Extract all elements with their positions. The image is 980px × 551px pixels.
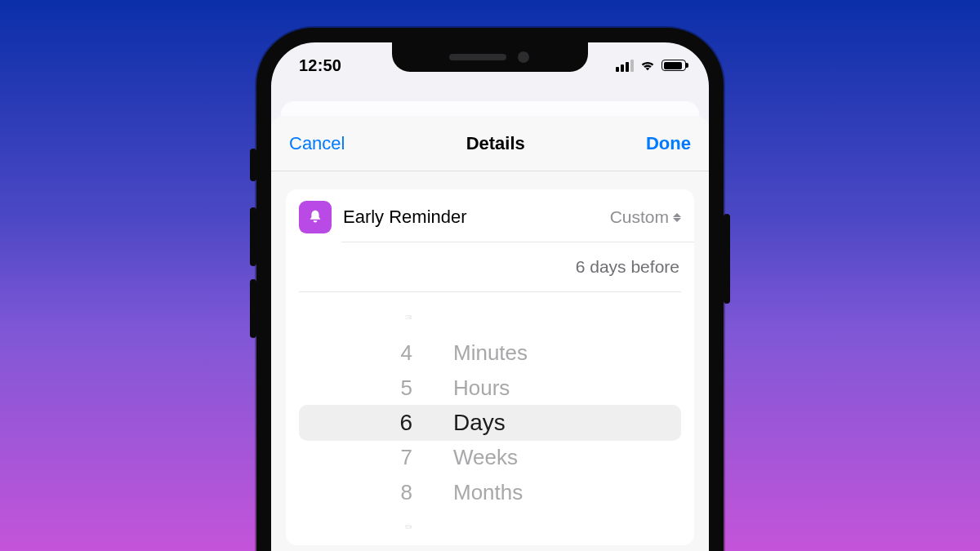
picker-number-option[interactable]: 9 bbox=[404, 522, 412, 534]
time-picker[interactable]: 3 4 5 6 7 8 9 Minutes Ho bbox=[286, 300, 694, 545]
reminder-summary-text: 6 days before bbox=[576, 257, 679, 277]
phone-screen: 12:50 Cancel Details Done bbox=[271, 42, 709, 551]
notch bbox=[392, 42, 588, 72]
picker-unit-option[interactable]: Weeks bbox=[453, 440, 518, 475]
nav-title: Details bbox=[466, 133, 525, 154]
picker-unit-option[interactable]: Minutes bbox=[453, 335, 528, 371]
cellular-signal-icon bbox=[616, 60, 634, 72]
battery-icon bbox=[662, 60, 686, 71]
picker-number-option[interactable]: 8 bbox=[401, 475, 412, 510]
up-down-chevron-icon bbox=[673, 213, 681, 222]
early-reminder-label: Early Reminder bbox=[343, 207, 599, 228]
early-reminder-value[interactable]: Custom bbox=[610, 207, 681, 227]
wifi-icon bbox=[639, 60, 656, 71]
bell-icon bbox=[299, 201, 332, 233]
side-button-silent bbox=[250, 149, 256, 181]
reminder-summary-row: 6 days before bbox=[286, 242, 694, 291]
sheet-content: Early Reminder Custom 6 days before bbox=[271, 171, 709, 551]
divider bbox=[299, 291, 681, 292]
picker-unit-option bbox=[453, 312, 457, 324]
cancel-button[interactable]: Cancel bbox=[289, 133, 345, 154]
picker-unit-option bbox=[453, 522, 457, 534]
details-sheet: Cancel Details Done Early Reminder bbox=[271, 116, 709, 551]
side-button-power bbox=[724, 214, 730, 304]
side-button-volume-up bbox=[250, 207, 256, 266]
picker-number-column[interactable]: 3 4 5 6 7 8 9 bbox=[318, 300, 433, 545]
picker-unit-column[interactable]: Minutes Hours Days Weeks Months bbox=[433, 300, 662, 545]
status-time: 12:50 bbox=[299, 56, 341, 75]
picker-number-selected[interactable]: 6 bbox=[399, 406, 412, 441]
picker-number-option[interactable]: 4 bbox=[401, 335, 412, 371]
picker-number-option[interactable]: 5 bbox=[401, 371, 412, 406]
nav-bar: Cancel Details Done bbox=[271, 116, 709, 171]
picker-unit-option[interactable]: Hours bbox=[453, 371, 510, 406]
picker-number-option[interactable]: 3 bbox=[404, 312, 412, 324]
early-reminder-card: Early Reminder Custom 6 days before bbox=[286, 189, 694, 545]
side-button-volume-down bbox=[250, 279, 256, 338]
picker-number-option[interactable]: 7 bbox=[401, 440, 412, 475]
early-reminder-row[interactable]: Early Reminder Custom bbox=[286, 189, 694, 242]
status-indicators bbox=[616, 60, 686, 72]
picker-unit-selected[interactable]: Days bbox=[453, 406, 506, 441]
picker-unit-option[interactable]: Months bbox=[453, 475, 523, 510]
early-reminder-value-text: Custom bbox=[610, 207, 669, 227]
phone-frame: 12:50 Cancel Details Done bbox=[256, 28, 724, 551]
done-button[interactable]: Done bbox=[646, 133, 691, 154]
